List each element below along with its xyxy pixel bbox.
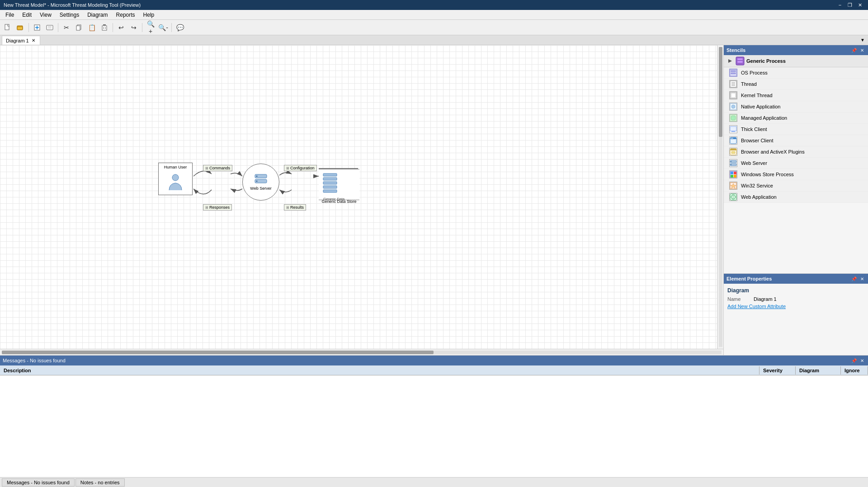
svg-rect-67 bbox=[734, 175, 736, 178]
responses-flow-icon: ⊞ bbox=[205, 206, 208, 210]
stencils-pin-btn[interactable]: 📌 bbox=[851, 47, 857, 53]
web-app-icon bbox=[729, 193, 737, 201]
toolbar-cut[interactable]: ✂ bbox=[61, 22, 72, 33]
web-app-label: Web Application bbox=[741, 194, 777, 200]
toolbar-copy[interactable] bbox=[73, 22, 85, 33]
responses-flow-label: ⊞ Responses bbox=[203, 204, 232, 211]
titlebar-title: New Threat Model* - Microsoft Threat Mod… bbox=[4, 2, 141, 8]
horizontal-scrollbar[interactable] bbox=[0, 349, 723, 355]
messages-pin-btn[interactable]: 📌 bbox=[851, 357, 857, 364]
messages-body bbox=[0, 375, 868, 477]
managed-app-icon bbox=[729, 114, 737, 122]
kernel-thread-icon bbox=[729, 91, 737, 99]
stencil-item-thread[interactable]: Thread bbox=[724, 79, 868, 90]
toolbar-sep-1 bbox=[28, 23, 29, 32]
svg-rect-57 bbox=[730, 149, 736, 150]
minimize-button[interactable]: − bbox=[835, 1, 844, 9]
svg-rect-11 bbox=[102, 26, 107, 30]
menu-view[interactable]: View bbox=[36, 11, 55, 19]
right-panel: Stencils 📌 ✕ bbox=[723, 45, 868, 355]
data-store-element[interactable]: Generic Data Store Generic Data Store bbox=[319, 167, 359, 204]
svg-rect-30 bbox=[323, 190, 337, 192]
stencils-header: Stencils 📌 ✕ bbox=[724, 45, 868, 55]
stencils-panel: Stencils 📌 ✕ bbox=[724, 45, 868, 274]
human-user-element[interactable]: Human User bbox=[158, 163, 193, 195]
toolbar-comment[interactable]: 💬 bbox=[174, 22, 186, 33]
toolbar-new[interactable] bbox=[2, 22, 14, 33]
vertical-scrollbar[interactable] bbox=[717, 45, 723, 349]
menu-help[interactable]: Help bbox=[140, 11, 158, 19]
messages-col-ignore: Ignore bbox=[841, 366, 868, 375]
menu-reports[interactable]: Reports bbox=[113, 11, 139, 19]
stencil-item-browser-client[interactable]: Browser Client bbox=[724, 135, 868, 146]
stencil-item-kernel-thread[interactable]: Kernel Thread bbox=[724, 90, 868, 101]
toolbar-sep-2 bbox=[58, 23, 58, 32]
messages-close-btn[interactable]: ✕ bbox=[859, 357, 865, 364]
restore-button[interactable]: ❐ bbox=[845, 1, 854, 9]
toolbar-redo[interactable]: ↪ bbox=[128, 22, 140, 33]
stencil-item-web-app[interactable]: Web Application bbox=[724, 192, 868, 203]
close-button[interactable]: ✕ bbox=[855, 1, 864, 9]
toolbar-zoom-in[interactable]: 🔍+ bbox=[145, 22, 156, 33]
svg-marker-33 bbox=[728, 59, 732, 63]
toolbar-delete[interactable] bbox=[99, 22, 110, 33]
os-process-icon bbox=[729, 69, 737, 77]
element-props-pin-btn[interactable]: 📌 bbox=[851, 276, 857, 282]
toolbar-open[interactable] bbox=[14, 22, 26, 33]
menubar: File Edit View Settings Diagram Reports … bbox=[0, 10, 868, 20]
toolbar-open-diagram[interactable] bbox=[44, 22, 56, 33]
messages-header: Messages - No issues found 📌 ✕ bbox=[0, 356, 868, 365]
bottom-tab-messages[interactable]: Messages - No issues found bbox=[2, 478, 75, 487]
stencil-item-web-server[interactable]: Web Server bbox=[724, 158, 868, 169]
svg-rect-49 bbox=[731, 116, 736, 120]
toolbar-new-diagram[interactable] bbox=[31, 22, 43, 33]
element-props-close-btn[interactable]: ✕ bbox=[859, 276, 865, 282]
svg-rect-36 bbox=[737, 61, 743, 63]
web-server-element[interactable]: Web Server bbox=[242, 164, 279, 201]
web-server-stencil-icon bbox=[729, 159, 737, 167]
results-flow-label: ⊞ Results bbox=[284, 204, 306, 211]
windows-store-label: Windows Store Process bbox=[741, 172, 794, 177]
toolbar-zoom-out[interactable]: 🔍- bbox=[157, 22, 169, 33]
browser-activex-label: Browser and ActiveX Plugins bbox=[741, 149, 805, 155]
h-scroll-track bbox=[2, 351, 722, 354]
stencil-item-windows-store[interactable]: Windows Store Process bbox=[724, 169, 868, 180]
svg-rect-6 bbox=[47, 25, 53, 30]
canvas-container: Human User ⊞ Commands bbox=[0, 45, 723, 355]
stencil-item-managed-app[interactable]: Managed Application bbox=[724, 112, 868, 124]
stencil-item-browser-activex[interactable]: Browser and ActiveX Plugins bbox=[724, 146, 868, 158]
stencils-close-btn[interactable]: ✕ bbox=[859, 47, 865, 53]
commands-label: Commands bbox=[209, 166, 230, 170]
diagram-tab-1[interactable]: Diagram 1 ✕ bbox=[2, 36, 40, 45]
browser-activex-icon bbox=[729, 148, 737, 156]
native-app-label: Native Application bbox=[741, 104, 780, 109]
tab-close-btn[interactable]: ✕ bbox=[31, 38, 36, 43]
menu-edit[interactable]: Edit bbox=[19, 11, 35, 19]
svg-rect-51 bbox=[731, 131, 735, 132]
stencil-item-os-process[interactable]: OS Process bbox=[724, 67, 868, 79]
svg-point-47 bbox=[731, 105, 735, 108]
toolbar-undo[interactable]: ↩ bbox=[115, 22, 127, 33]
managed-app-label: Managed Application bbox=[741, 115, 787, 121]
menu-diagram[interactable]: Diagram bbox=[84, 11, 111, 19]
stencils-title: Stencils bbox=[726, 47, 745, 53]
browser-client-icon bbox=[729, 136, 737, 145]
tab-collapse-btn[interactable]: ▼ bbox=[859, 36, 866, 43]
bottom-tab-notes[interactable]: Notes - no entries bbox=[75, 478, 125, 487]
toolbar-paste[interactable]: 📋 bbox=[86, 22, 98, 33]
svg-point-54 bbox=[731, 138, 732, 139]
stencil-item-thick-client[interactable]: Thick Client bbox=[724, 124, 868, 135]
menu-file[interactable]: File bbox=[2, 11, 18, 19]
stencil-item-native-app[interactable]: Native Application bbox=[724, 101, 868, 112]
canvas[interactable]: Human User ⊞ Commands bbox=[0, 45, 717, 349]
menu-settings[interactable]: Settings bbox=[56, 11, 83, 19]
stencil-item-win32-service[interactable]: Win32 Service bbox=[724, 180, 868, 192]
add-custom-attribute-link[interactable]: Add New Custom Attribute bbox=[727, 304, 786, 309]
svg-rect-58 bbox=[731, 151, 735, 154]
windows-store-icon bbox=[729, 170, 737, 178]
stencil-category-header[interactable]: Generic Process bbox=[724, 55, 868, 67]
category-label: Generic Process bbox=[746, 58, 786, 64]
messages-col-diagram: Diagram bbox=[796, 366, 841, 375]
stencil-category-generic-process: Generic Process OS Process bbox=[724, 55, 868, 203]
element-props-panel: Element Properties 📌 ✕ Diagram Name Diag… bbox=[724, 274, 868, 355]
